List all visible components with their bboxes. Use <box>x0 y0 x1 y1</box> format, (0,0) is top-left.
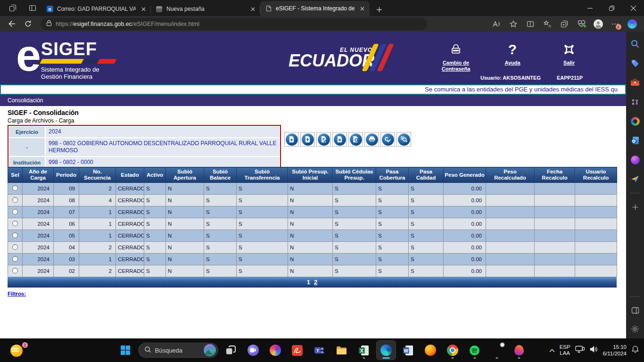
breadcrumb[interactable]: Consolidación <box>0 95 626 106</box>
close-button[interactable] <box>622 0 644 16</box>
row-radio-button[interactable] <box>12 209 18 214</box>
outlook-icon[interactable] <box>629 135 641 146</box>
address-bar[interactable]: https://esigef.finanzas.gob.ec/eSIGEF/me… <box>41 18 427 30</box>
designer-icon[interactable] <box>629 154 641 165</box>
approve-button[interactable]: C <box>380 132 395 147</box>
browser-toolbar: https://esigef.finanzas.gob.ec/eSIGEF/me… <box>0 16 644 32</box>
acrobat-app[interactable] <box>288 341 307 360</box>
column-header: Fecha Recalculo <box>535 167 575 183</box>
browser-tab[interactable]: oCorreo: GAD PARROQUIAL VALLE <box>41 2 151 16</box>
m365-icon[interactable] <box>629 115 641 127</box>
row-radio-button[interactable] <box>12 244 18 250</box>
tab-title: Nueva pestaña <box>166 6 245 12</box>
back-button[interactable] <box>5 17 19 31</box>
discard-file-button[interactable] <box>332 132 347 147</box>
table-cell <box>535 183 575 195</box>
notification-bell-icon[interactable] <box>631 345 639 355</box>
taskbar-search[interactable]: Búsqueda <box>138 343 218 358</box>
validate-file-button[interactable] <box>316 132 331 147</box>
toolbox-icon[interactable] <box>629 77 641 88</box>
table-cell <box>535 218 575 230</box>
upload-file-button[interactable] <box>300 132 315 147</box>
tray-chevron-icon[interactable] <box>549 346 555 354</box>
firefox-app[interactable] <box>421 341 440 360</box>
add-collection-icon[interactable] <box>557 17 571 31</box>
running-indicator <box>473 357 476 359</box>
browser-tab[interactable]: eSIGEF - Sistema Integrado de G <box>260 1 370 16</box>
profile-avatar[interactable] <box>591 17 605 31</box>
row-radio-button[interactable] <box>12 268 18 273</box>
read-aloud-icon[interactable] <box>489 17 504 31</box>
preview-file-icon <box>350 133 362 146</box>
split-screen-icon[interactable] <box>523 17 537 31</box>
spotify-app[interactable] <box>465 341 484 360</box>
chrome-app[interactable] <box>443 341 462 360</box>
explorer-app[interactable] <box>332 341 351 360</box>
start-button[interactable] <box>116 341 135 360</box>
table-cell: 2024 <box>23 206 54 218</box>
filters-link[interactable]: Filtros: <box>8 291 26 296</box>
chrome-alt-app[interactable] <box>487 341 506 360</box>
sidebar-add-icon[interactable] <box>629 201 641 213</box>
row-radio-button[interactable] <box>12 256 18 262</box>
more-menu-icon[interactable]: ⋯1 <box>608 17 622 31</box>
browser-tab[interactable]: Nueva pestaña <box>151 2 260 16</box>
table-row: 2024022CERRADOSNSSNSSS0.00 <box>8 265 617 277</box>
flame-app[interactable] <box>510 341 528 360</box>
edge-app[interactable] <box>377 341 396 360</box>
shopping-tag-icon[interactable] <box>629 58 641 69</box>
workspaces-icon[interactable] <box>7 2 19 14</box>
collections-icon[interactable] <box>540 17 554 31</box>
volume-icon[interactable] <box>589 346 598 355</box>
consult-button[interactable] <box>396 132 411 147</box>
table-cell: 0.00 <box>444 183 486 195</box>
change-password-link[interactable]: Cambio de Contraseña <box>436 40 476 72</box>
sidebar-panel-icon[interactable] <box>629 304 641 316</box>
favorite-star-icon[interactable] <box>506 17 520 31</box>
newtab-favicon <box>156 6 163 13</box>
chat-app[interactable] <box>244 341 263 360</box>
help-link[interactable]: ?Ayuda <box>492 40 533 72</box>
page-link[interactable]: 2 <box>314 279 317 286</box>
row-select-cell <box>8 230 23 242</box>
new-tab-button[interactable] <box>372 3 386 16</box>
preview-file-button[interactable] <box>348 132 363 147</box>
table-cell: 0.00 <box>444 254 486 265</box>
copilot-taskbar-app[interactable] <box>266 341 285 360</box>
logout-link[interactable]: Salir <box>549 40 589 72</box>
table-cell: 2 <box>79 242 116 254</box>
row-radio-button[interactable] <box>12 232 18 238</box>
table-cell: CERRADO <box>116 265 144 277</box>
tab-close-icon[interactable] <box>140 5 147 13</box>
language-indicator[interactable]: ESPLAA <box>560 344 570 356</box>
taskview-app[interactable] <box>222 341 240 360</box>
teams-app[interactable]: T <box>310 341 329 360</box>
logo-name: SIGEF <box>41 41 116 57</box>
drop-icon[interactable] <box>629 173 641 185</box>
games-icon[interactable] <box>629 96 641 107</box>
taskbar: 1 Búsqueda TXW ESPLAA 15:106/11/2024 <box>0 338 644 362</box>
widgets-button[interactable]: 1 <box>10 342 29 359</box>
excel-app[interactable]: X <box>355 341 373 360</box>
row-radio-button[interactable] <box>12 185 18 191</box>
print-button[interactable] <box>364 132 379 147</box>
tab-close-icon[interactable] <box>358 5 366 12</box>
print-icon <box>366 133 378 146</box>
tab-close-icon[interactable] <box>249 5 256 13</box>
table-cell: 0.00 <box>444 230 486 242</box>
clock[interactable]: 15:106/11/2024 <box>603 344 627 357</box>
restore-button[interactable] <box>601 0 622 16</box>
browser-essentials-icon[interactable] <box>574 17 588 31</box>
row-radio-button[interactable] <box>12 197 18 203</box>
table-cell <box>575 195 617 206</box>
network-display-icon[interactable] <box>575 346 585 355</box>
vertical-tabs-icon[interactable] <box>26 2 39 14</box>
row-radio-button[interactable] <box>12 221 18 226</box>
search-icon[interactable] <box>629 38 641 49</box>
new-file-button[interactable] <box>284 132 299 147</box>
refresh-button[interactable] <box>21 17 35 31</box>
settings-gear-icon[interactable] <box>629 323 641 335</box>
copilot-icon[interactable] <box>625 17 639 31</box>
minimize-button[interactable] <box>579 0 601 16</box>
word-app[interactable]: W <box>399 341 418 360</box>
